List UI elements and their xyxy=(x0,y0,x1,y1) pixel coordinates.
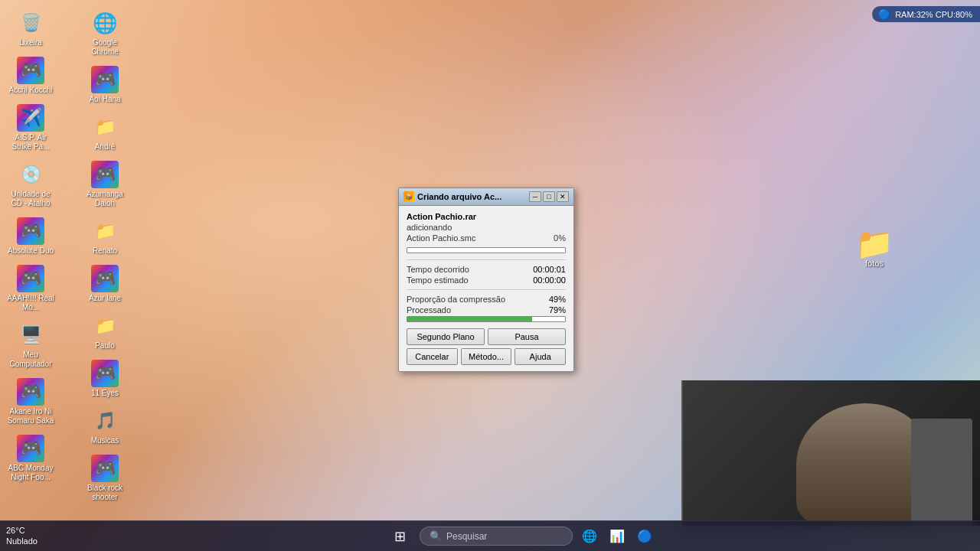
chrome-label: Google Chrome xyxy=(80,38,129,57)
dialog-total-progress-container xyxy=(407,316,566,322)
desktop-icon-aoi[interactable]: 🎮 Aoi Hana xyxy=(77,63,132,107)
abc-label: ABC Monday Night Foo... xyxy=(6,464,55,482)
dialog-current-file-name: Action Pachio.smc xyxy=(407,233,475,243)
start-button[interactable]: ⊞ xyxy=(386,523,413,550)
lixeira-icon: 🗑️ xyxy=(17,9,44,37)
desktop-icon-11eyes[interactable]: 🎮 11 Eyes xyxy=(77,357,132,401)
fotos-folder-label: fotos xyxy=(865,259,884,269)
dialog-compression-label: Proporção da compressão xyxy=(407,295,505,304)
renato-label: Renato xyxy=(93,246,117,256)
asp-icon: ✈️ xyxy=(17,104,44,132)
taskbar: 26°C Nublado ⊞ 🔍 Pesquisar 🌐 📊 🔵 xyxy=(0,520,980,551)
dialog-file-progress-container xyxy=(407,247,566,253)
dialog-minimize-button[interactable]: ─ xyxy=(529,191,541,202)
renato-icon: 📁 xyxy=(91,217,119,245)
apps-icon: 📊 xyxy=(609,529,625,543)
dialog-estimated-row: Tempo estimado 00:00:00 xyxy=(407,276,566,285)
desktop-icon-acchi[interactable]: 🎮 Acchi Kocchi xyxy=(3,54,58,98)
akane-icon: 🎮 xyxy=(17,378,44,406)
search-placeholder-text: Pesquisar xyxy=(446,531,487,542)
sys-tray-icon: 🔵 xyxy=(878,8,890,20)
dialog-current-file: Action Pachio.smc 0% xyxy=(407,233,566,243)
dialog-filename: Action Pachio.rar xyxy=(407,212,566,221)
desktop-icon-absolute[interactable]: 🎮 Absolute Duo xyxy=(3,214,58,259)
desktop-icon-chrome[interactable]: 🌐 Google Chrome xyxy=(77,6,132,60)
dialog-pause-button[interactable]: Pausa xyxy=(488,328,566,345)
dialog-processed-value: 79% xyxy=(549,305,566,315)
dialog-total-progress-bar xyxy=(407,317,532,321)
desktop-icon-azumanga[interactable]: 🎮 Azumanga Daioh xyxy=(77,158,132,211)
fotos-folder-icon: 📁 xyxy=(861,230,888,257)
paulo-icon: 📁 xyxy=(91,312,119,340)
11eyes-label: 11 Eyes xyxy=(91,389,119,398)
taskbar-center: ⊞ 🔍 Pesquisar 🌐 📊 🔵 xyxy=(162,523,879,550)
desktop-icons-container: 🗑️ Lixeira 🎮 Acchi Kocchi ✈️ A.S.P. Air … xyxy=(0,0,153,520)
widget-icon: 🌐 xyxy=(582,529,597,543)
compression-dialog: 📦 Criando arquivo Ac... ─ □ ✕ Action Pac… xyxy=(398,187,574,372)
acchi-label: Acchi Kocchi xyxy=(8,86,52,95)
webcam-feed xyxy=(683,380,980,526)
aaah-label: AAAH!!!! Real Mo... xyxy=(6,294,55,312)
system-tray[interactable]: 🔵 RAM:32% CPU:80% xyxy=(872,6,980,22)
desktop-icon-azur[interactable]: 🎮 Azur lane xyxy=(77,262,132,306)
dialog-help-button[interactable]: Ajuda xyxy=(514,348,566,365)
dialog-close-button[interactable]: ✕ xyxy=(557,191,569,202)
chrome-icon: 🌐 xyxy=(91,9,119,37)
desktop-icon-lixeira[interactable]: 🗑️ Lixeira xyxy=(3,6,58,51)
fan-silhouette xyxy=(911,419,972,526)
desktop-icon-asp[interactable]: ✈️ A.S.P. Air Strike Pa... xyxy=(3,101,58,155)
11eyes-icon: 🎮 xyxy=(91,360,119,387)
musicas-icon: 🎵 xyxy=(91,407,119,435)
dialog-estimated-label: Tempo estimado xyxy=(407,276,469,285)
azumanga-label: Azumanga Daioh xyxy=(80,190,129,208)
desktop-icon-meu[interactable]: 🖥️ Meu Computador xyxy=(3,318,58,372)
absolute-icon: 🎮 xyxy=(17,217,44,245)
andre-label: André xyxy=(95,142,116,152)
dialog-body: Action Pachio.rar adicionando Action Pac… xyxy=(399,206,573,371)
desktop-icon-musicas[interactable]: 🎵 Musicas xyxy=(77,404,132,448)
dialog-method-button[interactable]: Método... xyxy=(461,348,512,365)
dialog-estimated-value: 00:00:00 xyxy=(533,276,566,285)
dialog-elapsed-value: 00:00:01 xyxy=(533,265,566,274)
dialog-compression-row: Proporção da compressão 49% xyxy=(407,295,566,304)
desktop-icon-unidade[interactable]: 💿 Unidade de CD - Atalho xyxy=(3,158,58,211)
taskbar-widget-icon[interactable]: 🌐 xyxy=(579,526,600,547)
weather-info: 26°C Nublado xyxy=(6,526,38,546)
weather-condition: Nublado xyxy=(6,536,38,546)
weather-temp: 26°C xyxy=(6,526,38,536)
desktop-icon-renato[interactable]: 📁 Renato xyxy=(77,214,132,259)
dialog-cancel-button[interactable]: Cancelar xyxy=(407,348,458,365)
taskbar-extra-icon[interactable]: 🔵 xyxy=(634,526,655,547)
azumanga-icon: 🎮 xyxy=(91,161,119,188)
meu-icon: 🖥️ xyxy=(17,321,44,349)
desktop-icon-aaah[interactable]: 🎮 AAAH!!!! Real Mo... xyxy=(3,262,58,315)
dialog-elapsed-label: Tempo decorrido xyxy=(407,265,469,274)
dialog-separator-2 xyxy=(407,289,566,290)
aaah-icon: 🎮 xyxy=(17,265,44,292)
search-bar[interactable]: 🔍 Pesquisar xyxy=(420,527,573,546)
abc-icon: 🎮 xyxy=(17,435,44,462)
desktop-folder-fotos[interactable]: 📁 fotos xyxy=(861,230,888,269)
dialog-background-button[interactable]: Segundo Plano xyxy=(407,328,485,345)
dialog-controls: ─ □ ✕ xyxy=(529,191,569,202)
dialog-separator xyxy=(407,259,566,260)
dialog-title-left: 📦 Criando arquivo Ac... xyxy=(403,191,501,202)
desktop-icon-blackrock[interactable]: 🎮 Black rock shooter xyxy=(77,452,132,505)
desktop-icon-paulo[interactable]: 📁 Paulo xyxy=(77,309,132,354)
dialog-maximize-button[interactable]: □ xyxy=(543,191,555,202)
meu-label: Meu Computador xyxy=(6,350,55,369)
unidade-icon: 💿 xyxy=(17,161,44,188)
dialog-compression-value: 49% xyxy=(549,295,566,304)
azur-icon: 🎮 xyxy=(91,265,119,292)
start-icon: ⊞ xyxy=(394,528,406,545)
aoi-icon: 🎮 xyxy=(91,66,119,93)
desktop-icon-akane[interactable]: 🎮 Akane Iro Ni Somaru Saka xyxy=(3,375,58,429)
dialog-elapsed-row: Tempo decorrido 00:00:01 xyxy=(407,265,566,274)
asp-label: A.S.P. Air Strike Pa... xyxy=(6,133,55,152)
desktop-icon-andre[interactable]: 📁 André xyxy=(77,110,132,155)
sys-tray-text: RAM:32% CPU:80% xyxy=(895,10,972,19)
blackrock-icon: 🎮 xyxy=(91,455,119,482)
taskbar-apps-icon[interactable]: 📊 xyxy=(606,526,628,547)
desktop-icon-abc[interactable]: 🎮 ABC Monday Night Foo... xyxy=(3,432,58,485)
akane-label: Akane Iro Ni Somaru Saka xyxy=(6,407,55,425)
